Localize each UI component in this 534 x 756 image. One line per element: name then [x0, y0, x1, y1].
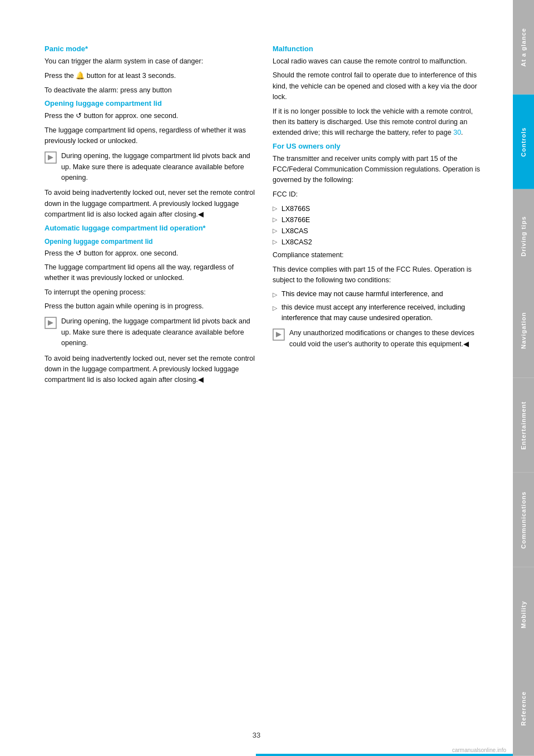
- opening-luggage-title: Opening luggage compartment lid: [44, 99, 256, 107]
- us-owners-section: For US owners only The transmitter and r…: [273, 142, 484, 350]
- malfunction-para3: If it is no longer possible to lock the …: [273, 106, 484, 139]
- right-column: Malfunction Local radio waves can cause …: [273, 45, 484, 711]
- opening-luggage-section: Opening luggage compartment lid Press th…: [44, 99, 256, 220]
- auto-luggage-section: Automatic luggage compartment lid operat…: [44, 224, 256, 386]
- panic-mode-para2: Press the 🔔 button for at least 3 second…: [44, 70, 256, 81]
- auto-luggage-para3: To interrupt the opening process:: [44, 287, 256, 298]
- panic-mode-title: Panic mode*: [44, 45, 256, 53]
- watermark: carmanualsonline.info: [452, 747, 506, 753]
- fcc-id-item-2: LX8766E: [273, 214, 484, 225]
- svg-marker-5: [276, 332, 281, 337]
- opening-luggage-para3: To avoid being inadvertently locked out,…: [44, 188, 256, 220]
- compliance-para: This device complies with part 15 of the…: [273, 264, 484, 286]
- auto-luggage-sub-title: Opening luggage compartment lid: [44, 238, 256, 246]
- fcc-id-item-3: LX8CAS: [273, 225, 484, 237]
- page-number-bar: 33: [0, 731, 513, 739]
- sidebar: At a glance Controls Driving tips Naviga…: [513, 0, 534, 756]
- us-owners-note-text: Any unauthorized modifications or change…: [289, 328, 484, 350]
- conditions-list: This device may not cause harmful interf…: [273, 289, 484, 323]
- malfunction-para1: Local radio waves can cause the remote c…: [273, 56, 484, 67]
- page-link-30[interactable]: 30: [453, 129, 461, 136]
- us-owners-title: For US owners only: [273, 142, 484, 150]
- us-owners-para1: The transmitter and receiver units compl…: [273, 154, 484, 186]
- page-container: Panic mode* You can trigger the alarm sy…: [0, 0, 534, 756]
- page-bar: [256, 754, 513, 756]
- opening-luggage-para2: The luggage compartment lid opens, regar…: [44, 125, 256, 147]
- malfunction-para2: Should the remote control fail to operat…: [273, 70, 484, 102]
- auto-luggage-title: Automatic luggage compartment lid operat…: [44, 224, 256, 232]
- sidebar-tab-navigation[interactable]: Navigation: [513, 283, 534, 378]
- note-icon-3: [273, 328, 285, 341]
- auto-luggage-note: During opening, the luggage compartment …: [44, 316, 256, 348]
- auto-luggage-para1: Press the ↺ button for approx. one secon…: [44, 248, 256, 259]
- auto-luggage-para5: To avoid being inadvertently locked out,…: [44, 354, 256, 386]
- malfunction-title: Malfunction: [273, 45, 484, 53]
- fcc-id-item-1: LX8766S: [273, 203, 484, 214]
- auto-luggage-note-text: During opening, the luggage compartment …: [61, 316, 256, 348]
- sidebar-tab-reference[interactable]: Reference: [513, 661, 534, 756]
- opening-luggage-note: During opening, the luggage compartment …: [44, 151, 256, 183]
- panic-mode-section: Panic mode* You can trigger the alarm sy…: [44, 45, 256, 96]
- note-icon-2: [44, 317, 57, 329]
- condition-2: this device must accept any interference…: [273, 302, 484, 324]
- opening-luggage-para1: Press the ↺ button for approx. one secon…: [44, 111, 256, 121]
- compliance-label: Compliance statement:: [273, 250, 484, 261]
- main-content: Panic mode* You can trigger the alarm sy…: [0, 0, 513, 756]
- fcc-id-item-4: LX8CAS2: [273, 237, 484, 248]
- note-icon-1: [44, 151, 57, 164]
- page-number: 33: [253, 731, 260, 739]
- panic-mode-para3: To deactivate the alarm: press any butto…: [44, 85, 256, 96]
- left-column: Panic mode* You can trigger the alarm sy…: [44, 45, 256, 711]
- svg-marker-1: [48, 155, 53, 160]
- sidebar-tab-controls[interactable]: Controls: [513, 95, 534, 189]
- sidebar-tab-entertainment[interactable]: Entertainment: [513, 378, 534, 473]
- sidebar-tab-driving-tips[interactable]: Driving tips: [513, 189, 534, 284]
- auto-luggage-para2: The luggage compartment lid opens all th…: [44, 262, 256, 284]
- panic-mode-para1: You can trigger the alarm system in case…: [44, 56, 256, 67]
- opening-luggage-note-text: During opening, the luggage compartment …: [61, 151, 256, 183]
- sidebar-tab-at-a-glance[interactable]: At a glance: [513, 0, 534, 95]
- condition-1: This device may not cause harmful interf…: [273, 289, 484, 300]
- fcc-id-list: LX8766S LX8766E LX8CAS LX8CAS2: [273, 203, 484, 248]
- auto-luggage-para4: Press the button again while opening is …: [44, 301, 256, 312]
- sidebar-tab-mobility[interactable]: Mobility: [513, 567, 534, 662]
- us-owners-note: Any unauthorized modifications or change…: [273, 328, 484, 350]
- svg-marker-3: [48, 320, 53, 326]
- fcc-id-label: FCC ID:: [273, 189, 484, 200]
- malfunction-section: Malfunction Local radio waves can cause …: [273, 45, 484, 139]
- sidebar-tab-communications[interactable]: Communications: [513, 473, 534, 567]
